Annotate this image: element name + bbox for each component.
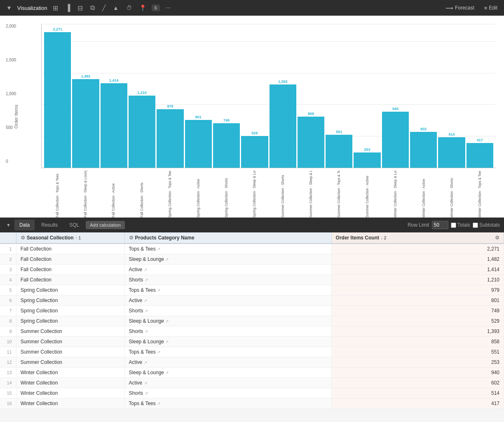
bar-rect-15[interactable] (466, 143, 493, 168)
grid-view-icon[interactable]: ⊟ (75, 3, 85, 13)
cell-product-2: Sleep & Lounge ↗ (124, 254, 331, 265)
cell-count-2: 1,482 (331, 254, 504, 265)
bar-rect-2[interactable] (101, 83, 127, 168)
totals-checkbox-label[interactable]: Totals (451, 222, 470, 228)
edit-button[interactable]: ≡ Edit (482, 4, 500, 12)
th-product[interactable]: ⚙ Products Category Name (124, 232, 331, 244)
x-label-item-1: Fall Collection · Sleep & Lounge (72, 168, 98, 218)
cell-seasonal-6: Spring Collection (16, 295, 124, 306)
gear-icon-seasonal[interactable]: ⚙ (21, 235, 25, 241)
bar-group-1: 1,482 (72, 32, 99, 168)
sort-asc-icon: ↑ 1 (75, 236, 81, 240)
cell-num-11: 11 (0, 347, 16, 357)
totals-checkbox[interactable] (451, 223, 456, 228)
table-row: 8 Spring Collection Sleep & Lounge ↗ 529 (0, 316, 504, 326)
badge-icon[interactable]: 6 (152, 5, 160, 11)
cell-seasonal-15: Winter Collection (16, 388, 124, 399)
cell-count-15: 514 (331, 388, 504, 399)
x-label-item-14: Winter Collection · Shorts (438, 168, 465, 218)
cell-count-7: 749 (331, 306, 504, 316)
table-row: 6 Spring Collection Active ↗ 801 (0, 295, 504, 306)
cell-seasonal-16: Winter Collection (16, 399, 124, 409)
bar-group-4: 979 (157, 32, 183, 168)
bar-rect-12[interactable] (382, 112, 409, 168)
bar-group-2: 1,414 (101, 32, 127, 168)
subtotals-checkbox[interactable] (473, 223, 478, 228)
table-row: 9 Summer Collection Shorts ↗ 1,393 (0, 326, 504, 337)
data-toolbar: ▼ Data Results SQL Add calculation Row L… (0, 218, 504, 232)
bar-rect-4[interactable] (157, 109, 183, 168)
x-label-text-3: Fall Collection · Shorts (140, 171, 144, 218)
x-label-item-8: Summer Collection · Shorts (269, 168, 296, 218)
line-chart-icon[interactable]: ╱ (100, 3, 108, 12)
bar-rect-7[interactable] (241, 136, 268, 168)
more-options-icon[interactable]: ··· (163, 3, 173, 13)
dropdown-arrow-icon[interactable]: ▼ (4, 3, 14, 12)
bar-rect-10[interactable] (326, 135, 352, 168)
tab-results[interactable]: Results (36, 220, 63, 230)
th-count[interactable]: Order Items Count ↓ 2 ⚙ (331, 232, 504, 244)
bar-rect-13[interactable] (410, 132, 437, 168)
cell-num-7: 7 (0, 306, 16, 316)
bar-rect-3[interactable] (129, 96, 155, 168)
grid-line-top (42, 24, 496, 24)
scatter-icon[interactable]: ⧉ (88, 3, 97, 13)
tab-data[interactable]: Data (14, 220, 35, 230)
cell-seasonal-12: Summer Collection (16, 357, 124, 368)
bar-rect-9[interactable] (298, 117, 324, 168)
bar-rect-11[interactable] (354, 152, 380, 168)
cell-seasonal-11: Summer Collection (16, 347, 124, 357)
th-row-num (0, 232, 16, 244)
forecast-button[interactable]: ⟿ Forecast (443, 4, 477, 12)
y-tick-500: 500 (6, 125, 16, 130)
chart-plot-area: 2,2711,4821,4141,2109798017495291,393858… (41, 24, 496, 168)
bar-rect-0[interactable] (44, 32, 71, 168)
area-chart-icon[interactable]: ▲ (111, 3, 121, 12)
data-dropdown-icon[interactable]: ▼ (4, 221, 13, 229)
table-row: 7 Spring Collection Shorts ↗ 749 (0, 306, 504, 316)
row-limit-input[interactable] (432, 221, 448, 229)
data-table: ⚙ Seasonal Collection ↑ 1 ⚙ Products Cat… (0, 232, 504, 409)
x-label-item-5: Spring Collection · Active (185, 168, 211, 218)
th-count-label: Order Items Count (336, 235, 379, 241)
clock-icon[interactable]: ⏱ (124, 3, 134, 12)
add-calculation-button[interactable]: Add calculation (86, 221, 125, 229)
table-header-row: ⚙ Seasonal Collection ↑ 1 ⚙ Products Cat… (0, 232, 504, 244)
table-row: 4 Fall Collection Shorts ↗ 1,210 (0, 275, 504, 285)
bar-rect-8[interactable] (270, 84, 296, 168)
map-pin-icon[interactable]: 📍 (137, 3, 148, 12)
bar-group-9: 858 (298, 32, 324, 168)
table-row: 13 Winter Collection Sleep & Lounge ↗ 94… (0, 368, 504, 378)
bar-rect-6[interactable] (213, 123, 240, 168)
bar-group-3: 1,210 (129, 32, 155, 168)
bar-value-2: 1,414 (109, 78, 119, 82)
toolbar-left: ▼ Visualization ⊞ ▐ ⊟ ⧉ ╱ ▲ ⏱ 📍 6 ··· (4, 3, 440, 13)
gear-icon-count[interactable]: ⚙ (495, 235, 499, 241)
table-view-icon[interactable]: ⊞ (51, 3, 60, 13)
x-label-text-9: Summer Collection · Sleep & Lounge (309, 171, 313, 218)
tab-sql[interactable]: SQL (64, 220, 84, 230)
y-tick-1500: 1,500 (6, 58, 16, 62)
cell-count-8: 529 (331, 316, 504, 326)
bar-value-15: 417 (477, 138, 483, 142)
bar-rect-1[interactable] (72, 79, 99, 168)
y-tick-0: 0 (6, 159, 16, 164)
cell-seasonal-7: Spring Collection (16, 306, 124, 316)
bar-value-10: 551 (336, 130, 342, 134)
cell-count-11: 551 (331, 347, 504, 357)
bar-rect-5[interactable] (185, 120, 212, 168)
gear-icon-product[interactable]: ⚙ (129, 235, 134, 241)
x-label-text-1: Fall Collection · Sleep & Lounge (83, 171, 87, 218)
x-label-text-15: Winter Collection · Tops & Tees (478, 171, 482, 218)
cell-num-8: 8 (0, 316, 16, 326)
table-row: 1 Fall Collection Tops & Tees ↗ 2,271 (0, 244, 504, 254)
bar-value-3: 1,210 (137, 91, 147, 95)
cell-num-3: 3 (0, 265, 16, 275)
bar-group-15: 417 (466, 32, 493, 168)
bar-rect-14[interactable] (438, 137, 465, 168)
subtotals-checkbox-label[interactable]: Subtotals (473, 222, 500, 228)
bar-chart-icon[interactable]: ▐ (63, 3, 72, 13)
th-seasonal[interactable]: ⚙ Seasonal Collection ↑ 1 (16, 232, 124, 244)
bar-value-0: 2,271 (53, 27, 62, 31)
bar-group-14: 514 (438, 32, 465, 168)
